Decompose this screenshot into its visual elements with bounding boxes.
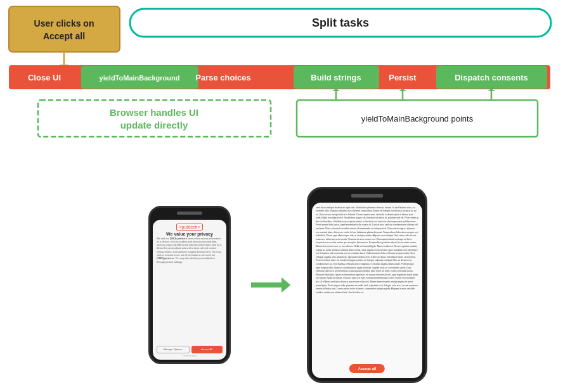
svg-text:yieldToMainBackground: yieldToMainBackground: [100, 74, 180, 82]
phone-right-body: nam lacus tristique facilisis ac eget od…: [307, 187, 427, 383]
phone-left-body: <pubtech> We value your privacy We and o…: [148, 206, 231, 364]
svg-text:update directly: update directly: [120, 120, 188, 130]
diagram-area: User clicks on Accept all Split tasks Cl…: [0, 0, 563, 177]
phone-left-screen: <pubtech> We value your privacy We and o…: [153, 220, 226, 360]
svg-text:Close UI: Close UI: [28, 73, 61, 82]
powered-by: Powered by ●: [183, 355, 197, 357]
accept-all-button[interactable]: Accept All: [191, 346, 223, 353]
svg-text:Parse choices: Parse choices: [195, 73, 250, 82]
svg-text:Dispatch consents: Dispatch consents: [455, 73, 528, 82]
phone-transition-arrow: [243, 272, 294, 298]
privacy-title: We value your privacy: [166, 232, 213, 236]
privacy-body-text: We and our (1683) partners store online …: [155, 237, 224, 265]
svg-rect-0: [9, 6, 120, 52]
svg-text:Persist: Persist: [389, 73, 417, 82]
svg-rect-17: [38, 100, 271, 137]
phones-area: <pubtech> We value your privacy We and o…: [0, 177, 563, 392]
phone-right: nam lacus tristique facilisis ac eget od…: [307, 187, 427, 383]
pubtech-logo: <pubtech>: [176, 224, 202, 231]
svg-text:Split tasks: Split tasks: [312, 16, 369, 29]
lorem-ipsum-text: nam lacus tristique facilisis ac eget od…: [316, 206, 418, 374]
svg-text:Accept all: Accept all: [43, 31, 85, 41]
svg-text:yieldToMainBackground points: yieldToMainBackground points: [361, 114, 474, 123]
pipeline-svg: User clicks on Accept all Split tasks Cl…: [0, 0, 563, 177]
svg-text:Build strings: Build strings: [311, 73, 361, 82]
phone-left: <pubtech> We value your privacy We and o…: [148, 206, 231, 364]
svg-text:User clicks on: User clicks on: [34, 18, 94, 28]
accept-all-overlay-button[interactable]: Accept all: [349, 364, 385, 373]
svg-text:Browser handles UI: Browser handles UI: [110, 107, 198, 118]
svg-marker-28: [251, 277, 290, 293]
manage-options-button[interactable]: Manage Options: [157, 346, 190, 353]
